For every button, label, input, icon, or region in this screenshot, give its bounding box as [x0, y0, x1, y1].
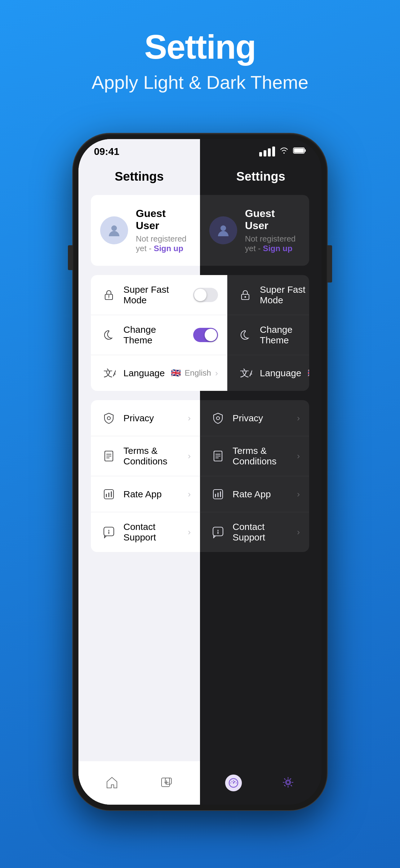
- settings-body: Guest User Not registered yet - Sign up: [78, 189, 322, 567]
- user-subtitle-dark: Not registered yet - Sign up: [245, 234, 300, 253]
- svg-point-9: [244, 296, 246, 298]
- chevron-contact-dark: ›: [297, 527, 300, 537]
- svg-point-3: [111, 225, 117, 231]
- language-value-dark: 🇬🇧 English ›: [308, 368, 309, 378]
- lightning-lock-icon-dark: [237, 286, 254, 304]
- toggle-super-fast[interactable]: [193, 288, 218, 302]
- signup-link[interactable]: Sign up: [154, 244, 183, 253]
- tab-speed[interactable]: [221, 775, 246, 791]
- shield-privacy-icon-dark: [209, 409, 226, 427]
- svg-rect-1: [304, 149, 306, 152]
- user-card-light[interactable]: Guest User Not registered yet - Sign up: [91, 195, 200, 266]
- chevron-terms: ›: [188, 451, 191, 461]
- svg-point-41: [287, 781, 290, 784]
- setting-label-contact: Contact Support: [124, 522, 180, 542]
- language-icon: 文A: [100, 365, 117, 381]
- plus-square-icon: [160, 775, 173, 790]
- nav-title-right: Settings: [200, 164, 322, 189]
- battery-icon: [293, 147, 306, 156]
- nav-title-text-light: Settings: [115, 169, 164, 183]
- document-icon: [100, 448, 117, 465]
- flag-icon-dark: 🇬🇧: [308, 368, 309, 378]
- setting-row-super-fast-mode[interactable]: Super Fast Mode: [91, 275, 227, 315]
- setting-row-contact-dark[interactable]: Contact Support ›: [200, 512, 309, 552]
- setting-row-rate-dark[interactable]: Rate App ›: [200, 476, 309, 512]
- home-icon: [105, 775, 119, 790]
- nav-title-text-dark: Settings: [236, 169, 285, 183]
- setting-label-theme-dark: Change Theme: [260, 324, 309, 345]
- status-time: 09:41: [94, 146, 120, 157]
- setting-label-privacy: Privacy: [124, 413, 180, 424]
- settings-group-right-1: Super Fast Mode: [227, 275, 309, 391]
- setting-row-super-fast-dark[interactable]: Super Fast Mode: [227, 275, 309, 315]
- signal-icon: [259, 147, 275, 156]
- tab-bar: [78, 761, 322, 805]
- tab-bar-light: [78, 761, 200, 805]
- chevron-contact: ›: [188, 527, 191, 537]
- setting-row-change-theme[interactable]: Change Theme: [91, 315, 227, 355]
- setting-row-privacy[interactable]: Privacy ›: [91, 400, 200, 436]
- setting-label-language-dark: Language: [260, 368, 301, 378]
- document-icon-dark: [209, 448, 226, 465]
- phone-shell: 09:41: [73, 133, 327, 810]
- gear-icon-active: [281, 775, 295, 790]
- setting-row-rate-app[interactable]: Rate App ›: [91, 476, 200, 512]
- tab-add[interactable]: [154, 775, 179, 790]
- setting-label-terms: Terms & Conditions: [124, 445, 180, 467]
- setting-row-contact-support[interactable]: Contact Support ›: [91, 512, 200, 552]
- svg-point-4: [221, 225, 226, 231]
- svg-point-23: [216, 416, 220, 420]
- svg-point-11: [107, 416, 110, 420]
- chart-icon: [100, 486, 117, 503]
- svg-text:文A: 文A: [104, 368, 116, 378]
- setting-row-terms-dark[interactable]: Terms & Conditions ›: [200, 436, 309, 476]
- signup-link-dark[interactable]: Sign up: [263, 244, 292, 253]
- setting-label-rate-dark: Rate App: [233, 489, 289, 499]
- shield-privacy-icon: [100, 409, 117, 427]
- setting-label-super-fast-dark: Super Fast Mode: [260, 284, 309, 306]
- settings-group-1: Super Fast Mode: [91, 275, 309, 391]
- chevron-privacy: ›: [188, 413, 191, 423]
- user-name-dark: Guest User: [245, 207, 300, 231]
- page-title: Setting: [0, 28, 400, 65]
- setting-label-privacy-dark: Privacy: [233, 413, 289, 424]
- screen-content: 09:41: [78, 139, 322, 805]
- status-bar-left: 09:41: [78, 139, 200, 164]
- language-icon-dark: 文A: [237, 365, 254, 381]
- language-value: 🇬🇧 English ›: [171, 368, 218, 378]
- nav-title-bar: Settings Settings: [78, 164, 322, 189]
- settings-group-left-1: Super Fast Mode: [91, 275, 227, 391]
- wifi-icon: [279, 147, 289, 156]
- moon-icon: [100, 327, 117, 344]
- tab-bar-dark: [200, 761, 322, 805]
- user-name: Guest User: [136, 207, 191, 231]
- avatar-dark: [209, 216, 237, 244]
- lightning-lock-icon: [100, 286, 117, 304]
- svg-point-6: [108, 295, 109, 297]
- toggle-theme[interactable]: [193, 328, 218, 342]
- user-card[interactable]: Guest User Not registered yet - Sign up: [91, 195, 309, 266]
- user-info-light: Guest User Not registered yet - Sign up: [136, 207, 191, 253]
- tab-home[interactable]: [100, 775, 124, 790]
- svg-point-40: [233, 782, 234, 783]
- setting-row-privacy-dark[interactable]: Privacy ›: [200, 400, 309, 436]
- setting-row-terms[interactable]: Terms & Conditions ›: [91, 436, 200, 476]
- svg-rect-2: [294, 148, 304, 153]
- user-subtitle: Not registered yet - Sign up: [136, 234, 191, 253]
- phone-mockup: 09:41: [73, 133, 327, 810]
- tab-settings-active[interactable]: [276, 775, 300, 790]
- settings-group-left-2: Privacy ›: [91, 400, 200, 552]
- settings-group-right-2: Privacy ›: [200, 400, 309, 552]
- toggle-knob: [194, 289, 206, 301]
- setting-row-theme-dark[interactable]: Change Theme: [227, 315, 309, 355]
- chevron-icon: ›: [215, 368, 218, 378]
- setting-row-language[interactable]: 文A Language 🇬🇧 English ›: [91, 355, 227, 391]
- info-bubble-icon: [100, 524, 117, 541]
- info-bubble-icon-dark: [209, 524, 226, 541]
- user-card-dark[interactable]: Guest User Not registered yet - Sign up: [200, 195, 309, 266]
- speed-icon: [225, 775, 242, 791]
- status-bar: 09:41: [78, 139, 322, 164]
- person-icon-dark: [215, 223, 231, 238]
- setting-row-language-dark[interactable]: 文A Language 🇬🇧 English ›: [227, 355, 309, 391]
- status-bar-right: [200, 139, 322, 164]
